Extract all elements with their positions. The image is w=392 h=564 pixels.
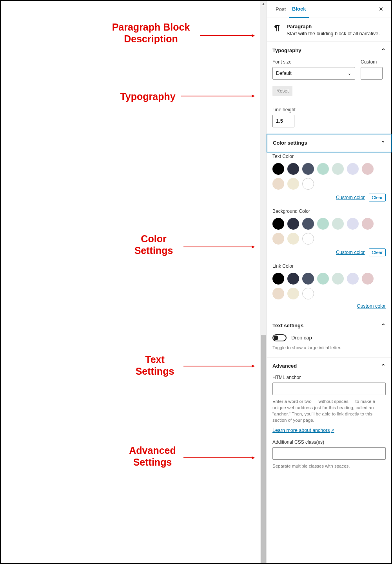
arrow-icon	[183, 245, 255, 248]
color-swatch[interactable]	[317, 218, 329, 230]
editor-canvas: Paragraph Block Description Typography C…	[1, 1, 260, 563]
panel-title: Typography	[272, 47, 301, 53]
color-group-label: Background Color	[272, 209, 386, 214]
panel-text-toggle[interactable]: Text settings ⌃	[267, 317, 391, 334]
clear-color-button[interactable]: Clear	[369, 248, 386, 256]
external-link-icon: ↗	[331, 428, 334, 433]
custom-color-link[interactable]: Custom color	[357, 303, 386, 309]
panel-color-settings: Color settings ⌃ Text ColorCustom colorC…	[267, 134, 391, 317]
panel-title: Text settings	[272, 323, 303, 328]
color-swatch[interactable]	[362, 163, 374, 175]
color-swatch[interactable]	[317, 273, 329, 285]
scrollbar[interactable]: ▲	[260, 1, 267, 563]
panel-title: Advanced	[272, 363, 297, 369]
svg-marker-7	[252, 365, 255, 368]
custom-color-link[interactable]: Custom color	[336, 195, 365, 200]
color-swatch[interactable]	[302, 288, 314, 299]
css-class-help: Separate multiple classes with spaces.	[272, 463, 386, 469]
custom-color-link[interactable]: Custom color	[336, 250, 365, 255]
chevron-up-icon: ⌃	[381, 140, 385, 146]
scroll-up-arrow[interactable]: ▲	[260, 1, 267, 7]
color-swatch[interactable]	[287, 233, 299, 245]
color-swatch[interactable]	[287, 178, 299, 190]
font-size-value: Default	[276, 71, 292, 76]
drop-cap-toggle[interactable]	[272, 334, 287, 341]
color-swatch[interactable]	[272, 163, 284, 175]
arrow-icon	[183, 456, 255, 459]
inspector-tabs: Post Block ×	[267, 1, 391, 18]
scrollbar-thumb[interactable]	[261, 335, 266, 563]
svg-marker-3	[252, 94, 255, 98]
callout-color: Color Settings	[126, 233, 181, 256]
panel-text-settings: Text settings ⌃ Drop cap Toggle to show …	[267, 317, 391, 357]
arrow-icon	[200, 34, 255, 37]
callout-typo: Typography	[118, 91, 177, 102]
color-group-label: Link Color	[272, 263, 386, 269]
color-swatch[interactable]	[332, 273, 344, 285]
chevron-up-icon: ⌃	[381, 323, 386, 329]
color-swatch[interactable]	[272, 288, 284, 299]
color-swatch[interactable]	[287, 163, 299, 175]
color-swatch[interactable]	[302, 218, 314, 230]
color-swatch[interactable]	[332, 163, 344, 175]
custom-size-label: Custom	[361, 59, 386, 65]
panel-advanced-toggle[interactable]: Advanced ⌃	[267, 357, 391, 375]
clear-color-button[interactable]: Clear	[369, 194, 386, 201]
inspector-sidebar: Post Block × Paragraph Start with the bu…	[267, 1, 391, 563]
color-swatch[interactable]	[317, 163, 329, 175]
line-height-input[interactable]	[272, 115, 294, 127]
callout-adv: Advanced Settings	[125, 444, 180, 468]
color-swatch[interactable]	[287, 288, 299, 299]
arrow-icon	[183, 365, 255, 368]
anchor-label: HTML anchor	[272, 375, 386, 380]
anchor-help: Enter a word or two — without spaces — t…	[272, 398, 386, 423]
color-swatch[interactable]	[362, 218, 374, 230]
svg-marker-5	[252, 245, 255, 248]
anchor-input[interactable]	[272, 383, 386, 395]
color-swatch[interactable]	[272, 218, 284, 230]
color-swatch[interactable]	[347, 163, 359, 175]
callout-text: Text Settings	[131, 354, 178, 377]
svg-marker-9	[252, 456, 255, 459]
font-size-select[interactable]: Default ⌄	[272, 67, 355, 80]
learn-more-anchors-link[interactable]: Learn more about anchors↗	[272, 428, 334, 433]
reset-button[interactable]: Reset	[272, 86, 292, 96]
tab-block[interactable]: Block	[289, 1, 309, 18]
panel-color-toggle[interactable]: Color settings ⌃	[267, 134, 392, 152]
chevron-up-icon: ⌃	[381, 47, 386, 54]
color-swatch[interactable]	[302, 178, 314, 190]
arrow-icon	[181, 94, 255, 98]
panel-title: Color settings	[273, 140, 307, 146]
block-title: Paragraph	[287, 24, 380, 29]
drop-cap-help: Toggle to show a large initial letter.	[272, 345, 386, 351]
color-swatch[interactable]	[362, 273, 374, 285]
line-height-label: Line height	[272, 107, 386, 112]
panel-typography-toggle[interactable]: Typography ⌃	[267, 42, 391, 59]
color-swatch[interactable]	[287, 218, 299, 230]
font-size-label: Font size	[272, 59, 355, 65]
chevron-down-icon: ⌄	[347, 70, 352, 76]
color-swatch[interactable]	[287, 273, 299, 285]
block-description: Paragraph Start with the building block …	[267, 18, 391, 42]
css-class-label: Additional CSS class(es)	[272, 439, 386, 445]
block-help-text: Start with the building block of all nar…	[287, 31, 380, 38]
color-group-label: Text Color	[272, 154, 386, 159]
chevron-up-icon: ⌃	[381, 363, 386, 369]
color-swatch[interactable]	[302, 163, 314, 175]
color-swatch[interactable]	[302, 273, 314, 285]
paragraph-icon	[272, 24, 282, 33]
color-swatch[interactable]	[347, 218, 359, 230]
color-swatch[interactable]	[347, 273, 359, 285]
color-swatch[interactable]	[272, 178, 284, 190]
color-swatch[interactable]	[332, 218, 344, 230]
close-icon[interactable]: ×	[376, 5, 386, 13]
color-swatch[interactable]	[302, 233, 314, 245]
color-swatch[interactable]	[272, 233, 284, 245]
panel-typography: Typography ⌃ Font size Default ⌄ Custom	[267, 42, 391, 134]
color-swatch[interactable]	[272, 273, 284, 285]
custom-size-input[interactable]	[361, 67, 383, 80]
svg-marker-1	[252, 34, 255, 37]
css-class-input[interactable]	[272, 447, 386, 460]
tab-post[interactable]: Post	[272, 1, 289, 18]
drop-cap-label: Drop cap	[291, 335, 312, 341]
